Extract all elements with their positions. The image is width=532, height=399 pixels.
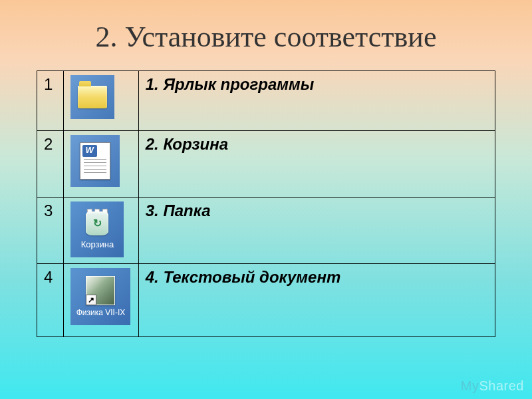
watermark-shared: Shared [479, 378, 525, 393]
recycle-bin-icon: Корзина [70, 201, 124, 257]
watermark-my: My [461, 378, 479, 393]
option-text: 2. Корзина [138, 131, 495, 198]
icon-cell: ↗ Физика VII-IX [64, 264, 138, 337]
folder-icon [70, 75, 114, 119]
icon-cell [64, 131, 138, 198]
watermark: MyShared [461, 378, 524, 394]
table-row: 1 1. Ярлык программы [37, 71, 495, 131]
option-text: 4. Текстовый документ [138, 264, 495, 337]
word-document-icon [70, 135, 120, 187]
row-number: 3 [37, 198, 64, 264]
option-text: 1. Ярлык программы [138, 71, 495, 131]
table-row: 3 Корзина 3. Папка [37, 198, 495, 264]
row-number: 4 [37, 264, 64, 337]
table-row: 4 ↗ Физика VII-IX 4. Текстовый документ [37, 264, 495, 337]
table-row: 2 2. Корзина [37, 131, 495, 198]
program-shortcut-icon: ↗ Физика VII-IX [70, 268, 130, 325]
match-table: 1 1. Ярлык программы 2 2. Корзина 3 Корз… [37, 70, 495, 337]
icon-caption: Корзина [81, 239, 114, 249]
row-number: 2 [37, 131, 64, 198]
icon-caption: Физика VII-IX [76, 308, 126, 317]
icon-cell [64, 71, 138, 131]
option-text: 3. Папка [138, 198, 495, 264]
row-number: 1 [37, 71, 64, 131]
shortcut-arrow-badge: ↗ [86, 295, 96, 305]
icon-cell: Корзина [64, 198, 138, 264]
slide-title: 2. Установите соответствие [0, 0, 532, 70]
